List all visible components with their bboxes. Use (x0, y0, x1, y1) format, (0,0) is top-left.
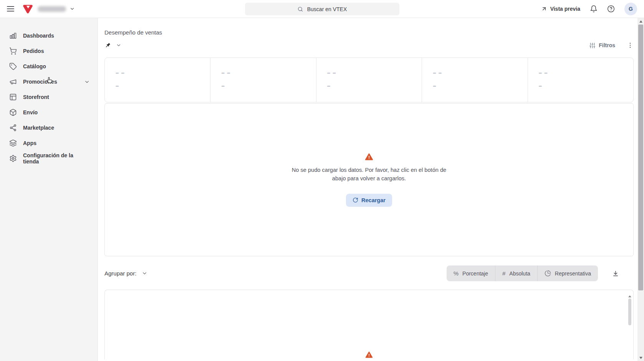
kpi-card: – – – (316, 58, 422, 102)
cart-icon (9, 47, 17, 55)
sidebar-item-marketplace[interactable]: Marketplace (0, 120, 98, 135)
kpi-card: – – – (528, 58, 633, 102)
sidebar-item-catalogo[interactable]: Catálogo (0, 59, 98, 74)
value-mode-segmented-control: % Porcentaje # Absoluta Representativa (447, 265, 598, 281)
share-icon (9, 124, 17, 132)
sliders-icon (589, 42, 596, 49)
kpi-label-placeholder: – (327, 82, 422, 89)
account-name-blurred (38, 6, 66, 12)
account-switcher[interactable] (38, 6, 75, 12)
sidebar-item-storefront[interactable]: Storefront (0, 89, 98, 105)
layers-icon (9, 139, 17, 147)
avatar[interactable]: G (624, 3, 637, 15)
download-button[interactable] (612, 270, 619, 277)
refresh-icon (353, 197, 358, 203)
sidebar-item-envio[interactable]: Envío (0, 105, 98, 120)
sidebar-item-configuracion[interactable]: Configuración de la tienda (0, 151, 98, 166)
kpi-card: – – – (210, 58, 316, 102)
warning-icon (365, 351, 373, 359)
table-error-panel (104, 290, 634, 359)
chevron-down-icon[interactable] (84, 79, 90, 85)
search-icon (297, 6, 303, 12)
more-options-button[interactable] (627, 42, 634, 49)
kpi-value-placeholder: – – (116, 69, 210, 76)
tag-icon (9, 63, 17, 70)
panel-scrollbar[interactable] (627, 294, 632, 359)
sidebar-item-dashboards[interactable]: Dashboards (0, 28, 98, 43)
search-placeholder: Buscar en VTEX (307, 6, 347, 12)
kpi-card: – – – (105, 58, 210, 102)
scroll-up-icon (639, 20, 642, 23)
mode-porcentaje[interactable]: % Porcentaje (447, 265, 495, 281)
chart-error-panel: No se pudo cargar los datos. Por favor, … (104, 103, 634, 256)
chevron-down-icon (70, 6, 75, 12)
arrow-up-right-icon (541, 6, 547, 12)
mode-representativa[interactable]: Representativa (537, 265, 598, 281)
scrollbar-thumb[interactable] (638, 25, 643, 290)
bell-icon (590, 5, 598, 13)
groupby-toolbar: Agrupar por: % Porcentaje # Absoluta Rep… (104, 265, 634, 281)
kpi-label-placeholder: – (221, 82, 316, 89)
bar-chart-icon (9, 32, 17, 40)
sidebar-item-pedidos[interactable]: Pedidos (0, 43, 98, 59)
scroll-down-button[interactable] (637, 354, 644, 361)
preview-button[interactable]: Vista previa (541, 6, 580, 12)
warning-icon (364, 153, 374, 161)
kpi-value-placeholder: – – (539, 69, 633, 76)
scroll-down-icon (639, 357, 642, 359)
menu-icon[interactable] (7, 6, 14, 12)
kpi-value-placeholder: – – (327, 69, 422, 76)
pie-chart-icon (545, 270, 551, 277)
pin-icon (103, 41, 112, 50)
main-content: Desempeño de ventas Filtros – – – – – – (98, 18, 637, 361)
scroll-up-button[interactable] (637, 18, 644, 25)
topbar: Buscar en VTEX Vista previa G (0, 0, 644, 18)
megaphone-icon (9, 78, 17, 86)
package-icon (9, 109, 17, 116)
preview-label: Vista previa (550, 6, 580, 12)
download-icon (612, 270, 619, 277)
scroll-up-icon[interactable] (628, 295, 631, 297)
kpi-label-placeholder: – (539, 82, 633, 89)
sidebar: Dashboards Pedidos Catálogo Promociones … (0, 18, 98, 361)
kpi-card: – – – (422, 58, 527, 102)
kpi-label-placeholder: – (116, 82, 210, 89)
gear-icon (9, 155, 17, 162)
sidebar-item-apps[interactable]: Apps (0, 135, 98, 151)
kpi-cards-row: – – – – – – – – – – – – – – – (104, 58, 634, 102)
chevron-down-icon (142, 270, 147, 276)
notifications-button[interactable] (590, 5, 598, 13)
kpi-label-placeholder: – (433, 82, 527, 89)
kpi-value-placeholder: – – (433, 69, 527, 76)
help-icon (607, 5, 615, 13)
percent-icon: % (454, 270, 459, 277)
kebab-icon (627, 42, 634, 49)
page-title: Desempeño de ventas (104, 29, 634, 36)
layout-icon (9, 93, 17, 101)
hash-icon: # (502, 270, 505, 277)
reload-button[interactable]: Recargar (346, 194, 392, 207)
search-input[interactable]: Buscar en VTEX (245, 3, 399, 15)
kpi-value-placeholder: – – (221, 69, 316, 76)
window-scrollbar[interactable] (637, 18, 644, 361)
error-message: No se pudo cargar los datos. Por favor, … (290, 166, 449, 182)
pin-button[interactable] (104, 42, 111, 49)
mode-absoluta[interactable]: # Absoluta (495, 265, 537, 281)
vtex-logo[interactable] (23, 4, 33, 14)
scrollbar-thumb[interactable] (628, 298, 631, 325)
chevron-down-icon[interactable] (116, 43, 121, 48)
help-button[interactable] (607, 5, 615, 13)
groupby-select[interactable]: Agrupar por: (104, 270, 147, 277)
filters-button[interactable]: Filtros (589, 42, 615, 49)
sidebar-item-promociones[interactable]: Promociones (0, 74, 98, 89)
